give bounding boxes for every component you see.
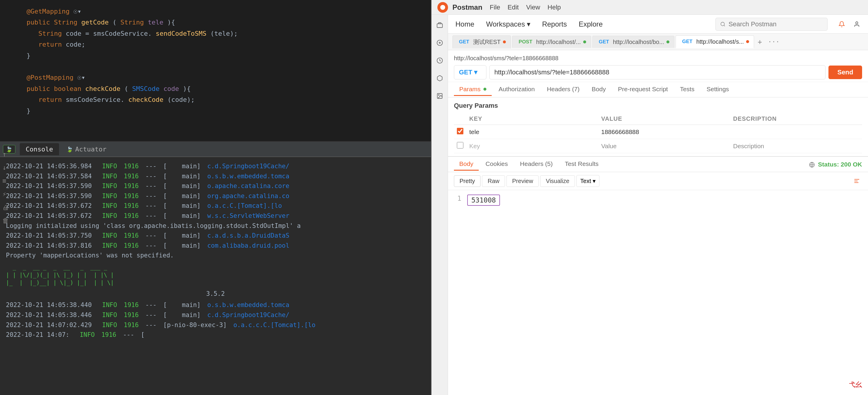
resp-tab-cookies[interactable]: Cookies (480, 158, 513, 171)
log-4: 2022-10-21 14:05:37.590 INFO 1916 --- [ … (6, 191, 425, 201)
log-11: 2022-10-21 14:07:02.429 INFO 1916 --- [p… (6, 320, 425, 330)
param-key-1 (466, 139, 598, 153)
ide-icon-4[interactable]: ⚡ (2, 190, 9, 198)
param-desc-1 (730, 139, 862, 153)
menu-file[interactable]: File (490, 4, 500, 11)
param-row-1 (454, 139, 862, 153)
resp-tab-body[interactable]: Body (454, 158, 479, 171)
menu-help[interactable]: Help (548, 4, 561, 11)
url-input-row: GET ▾ Send (454, 65, 862, 80)
param-value-input-1[interactable] (601, 143, 727, 150)
ide-icon-5[interactable]: 🖨 (2, 204, 9, 211)
param-checkbox-0[interactable] (457, 128, 463, 134)
method-badge-0: GET (458, 38, 471, 45)
ide-tab-bar: 🍃 Console 🍃 Actuator (0, 142, 431, 157)
breadcrumb-url: http://localhost/sms/?tele=18866668888 (454, 55, 862, 62)
log-10: 2022-10-21 14:05:38.446 INFO 1916 --- [ … (6, 310, 425, 320)
th-description: DESCRIPTION (730, 113, 862, 125)
ps-icon-image[interactable] (434, 90, 446, 102)
req-tab-0[interactable]: GET 测试REST (453, 35, 511, 49)
tab-name-2: http://localhost/bo... (613, 39, 664, 45)
format-visualize-button[interactable]: Visualize (540, 175, 575, 187)
postman-search-bar[interactable] (715, 18, 828, 31)
method-selector[interactable]: GET ▾ (454, 65, 486, 80)
add-tab-button[interactable]: + (755, 38, 764, 46)
actuator-icon: 🍃 (66, 146, 73, 152)
format-pretty-button[interactable]: Pretty (454, 175, 480, 187)
nav-explore[interactable]: Explore (577, 15, 604, 33)
req-tab-1[interactable]: POST http://localhost/... (512, 36, 591, 48)
param-tab-auth[interactable]: Authorization (493, 83, 540, 96)
user-button[interactable] (851, 19, 862, 30)
console-tab-label: Console (26, 146, 53, 153)
params-table: KEY VALUE DESCRIPTION (454, 113, 862, 153)
postman-logo (437, 2, 448, 13)
console-output: 2022-10-21 14:05:36.984 INFO 1916 --- [ … (0, 157, 431, 395)
ide-icon-1[interactable]: ↑ (2, 151, 9, 158)
query-params-section: Query Params KEY VALUE DESCRIPTION (448, 97, 868, 156)
spring-version: 3.5.2 (6, 289, 425, 299)
log-mapper: Property 'mapperLocations' was not speci… (6, 251, 425, 261)
req-tab-3[interactable]: GET http://localhost/s... (676, 35, 754, 48)
type-chevron-icon: ▾ (593, 177, 596, 184)
menu-edit[interactable]: Edit (508, 4, 519, 11)
ide-icon-2[interactable]: ↓ (2, 164, 9, 171)
ide-code-area: @GetMapping ☉▾ public String getCode ( S… (0, 0, 431, 142)
ide-icon-3[interactable]: ≡ (2, 177, 9, 184)
th-check (454, 113, 466, 125)
response-toolbar: Pretty Raw Preview Visualize Text ▾ (448, 172, 868, 190)
param-value-1 (598, 139, 730, 153)
param-key-input-0[interactable] (469, 128, 595, 135)
search-input[interactable] (728, 20, 823, 28)
nav-reports[interactable]: Reports (541, 15, 568, 33)
svg-point-0 (440, 5, 445, 10)
log-8: 2022-10-21 14:05:37.816 INFO 1916 --- [ … (6, 241, 425, 251)
format-raw-button[interactable]: Raw (482, 175, 505, 187)
method-chevron-icon: ▾ (474, 68, 477, 76)
param-desc-input-1[interactable] (733, 143, 859, 150)
method-badge-1: POST (517, 38, 534, 45)
param-key-input-1[interactable] (469, 143, 595, 150)
postman-menu: File Edit View Help (490, 4, 561, 11)
search-icon (720, 21, 725, 27)
param-tab-pre[interactable]: Pre-request Script (613, 83, 673, 96)
param-tab-tests[interactable]: Tests (675, 83, 700, 96)
response-status: Status: 200 OK (809, 161, 862, 168)
log-3: 2022-10-21 14:05:37.590 INFO 1916 --- [ … (6, 181, 425, 191)
code-line-6 (9, 61, 422, 72)
type-selector[interactable]: Text ▾ (577, 175, 599, 187)
param-tab-settings[interactable]: Settings (701, 83, 734, 96)
code-line-2: public String getCode ( String tele ){ (9, 17, 422, 28)
format-icon-button[interactable] (851, 176, 862, 186)
console-tab[interactable]: Console (20, 143, 59, 155)
ps-icon-collection[interactable] (434, 37, 446, 49)
response-area: Body Cookies Headers (5) Test Results St… (448, 156, 868, 395)
actuator-tab[interactable]: 🍃 Actuator (61, 143, 113, 155)
format-preview-button[interactable]: Preview (506, 175, 539, 187)
svg-point-8 (856, 22, 858, 24)
more-tabs-button[interactable]: ··· (768, 38, 780, 45)
param-tab-headers[interactable]: Headers (7) (541, 83, 585, 96)
ps-icon-history[interactable] (434, 55, 446, 66)
log-6: 2022-10-21 14:05:37.672 INFO 1916 --- [ … (6, 211, 425, 221)
menu-view[interactable]: View (526, 4, 540, 11)
resp-tab-headers[interactable]: Headers (5) (515, 158, 558, 171)
code-line-7: @PostMapping ☉▾ (9, 72, 422, 83)
ps-icon-environment[interactable] (434, 72, 446, 84)
send-button[interactable]: Send (829, 65, 862, 79)
param-checkbox-1[interactable] (457, 142, 463, 149)
resp-tab-tests[interactable]: Test Results (560, 158, 604, 171)
dot-3 (746, 40, 749, 43)
notification-button[interactable] (836, 19, 847, 30)
url-input[interactable] (489, 65, 826, 80)
param-tab-body[interactable]: Body (586, 83, 611, 96)
nav-home[interactable]: Home (454, 15, 476, 33)
nav-workspaces[interactable]: Workspaces ▾ (485, 15, 532, 33)
param-tab-params[interactable]: Params (454, 83, 492, 96)
req-tab-2[interactable]: GET http://localhost/bo... (592, 36, 674, 48)
ide-panel: @GetMapping ☉▾ public String getCode ( S… (0, 0, 431, 395)
param-tabs: Params Authorization Headers (7) Body Pr… (448, 82, 868, 97)
ide-icon-6[interactable]: 🗑 (2, 217, 9, 224)
ps-icon-folder[interactable] (434, 19, 446, 31)
actuator-tab-label: Actuator (75, 146, 106, 153)
